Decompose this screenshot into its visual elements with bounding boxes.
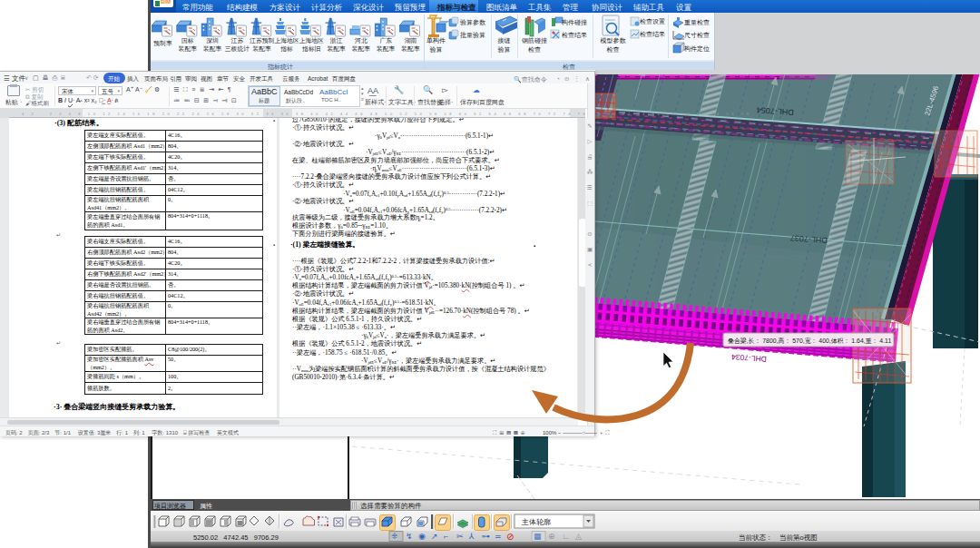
svg-text:5250.02 4742.45 9706.29: 5250.02 4742.45 9706.29 [193,533,279,542]
svg-text:⅄: ⅄ [468,532,475,541]
svg-text:DHL-7034: DHL-7034 [731,352,768,364]
svg-text:✂: ✂ [456,532,464,541]
svg-text:⊘: ⊘ [506,532,514,542]
svg-text:↯: ↯ [406,532,413,541]
svg-text:⁜: ⁜ [391,532,398,541]
svg-text:▦: ▦ [534,532,542,541]
svg-text:叠合梁,长： 7800,高： 570,宽： 400,体积：: 叠合梁,长： 7800,高： 570,宽： 400,体积： 1.64,重： 4.… [728,337,891,345]
svg-text:当前状态： 当前第o视图: 当前状态： 当前第o视图 [739,533,818,542]
svg-text:↗: ↗ [431,532,438,541]
svg-text:⌐: ⌐ [444,532,448,541]
svg-text:∟: ∟ [562,532,570,541]
svg-text:主体轮廓: 主体轮廓 [521,518,551,526]
svg-text:◬: ◬ [575,532,582,541]
svg-text:◉: ◉ [418,532,426,541]
svg-text:⊶: ⊶ [482,532,490,541]
svg-text:⊕: ⊕ [548,532,555,541]
svg-text:≃: ≃ [495,532,502,541]
